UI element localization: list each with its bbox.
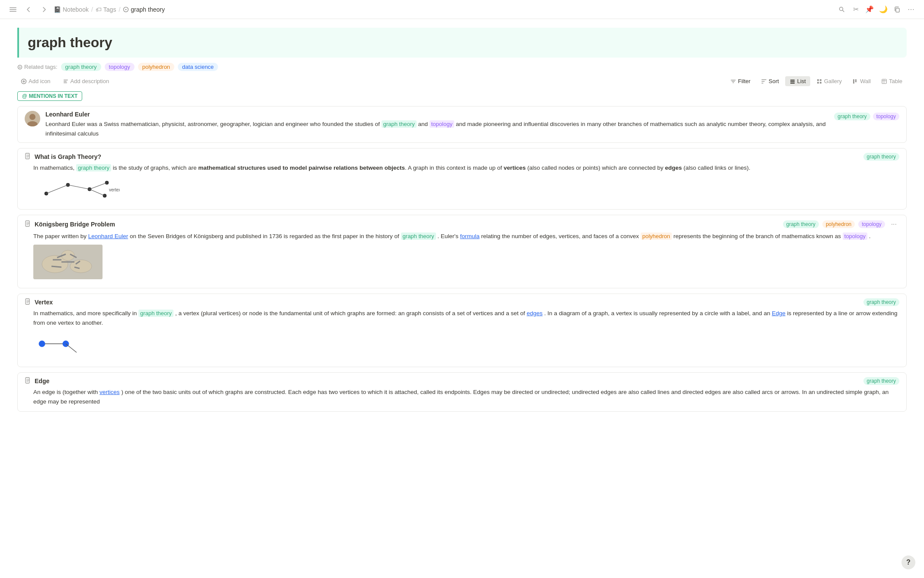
search-icon-btn[interactable] [836, 3, 848, 16]
filter-button[interactable]: Filter [726, 76, 755, 86]
at-icon: @ [22, 93, 27, 99]
filter-label: Filter [738, 78, 751, 84]
entry-tag-graph-theory-vertex[interactable]: graph theory [863, 298, 899, 306]
entry-tag-polyhedron-konigsberg[interactable]: polyhedron [822, 220, 855, 228]
entry-title-edge: Edge [35, 378, 49, 384]
toolbar-left: Add icon Add description [17, 76, 112, 86]
view-gallery-button[interactable]: Gallery [812, 76, 846, 86]
breadcrumb-tags[interactable]: 🏷 Tags [96, 6, 116, 13]
svg-line-48 [51, 266, 61, 267]
add-description-button[interactable]: Add description [59, 76, 113, 86]
entry-tag-graph-theory-konigsberg[interactable]: graph theory [783, 220, 819, 228]
inline-tag-graph-theory-1[interactable]: graph theory [76, 164, 111, 171]
text-2: is the study of graphs, which are mathem… [113, 165, 751, 171]
svg-point-24 [29, 114, 35, 120]
text-1: In mathematics, [33, 165, 76, 171]
help-button[interactable]: ? [902, 555, 915, 569]
svg-rect-15 [790, 83, 795, 84]
related-tag-graph-theory[interactable]: graph theory [61, 63, 101, 71]
add-icon-button[interactable]: Add icon [17, 76, 54, 86]
inline-tag-topology-euler[interactable]: topology [430, 120, 454, 128]
topbar-left: 📓 Notebook / 🏷 Tags / graph theory [7, 3, 165, 16]
entry-body-edge: An edge is (together with vertices ) one… [18, 387, 906, 411]
view-gallery-label: Gallery [824, 78, 842, 84]
svg-line-32 [46, 185, 68, 194]
mentions-badge[interactable]: @ MENTIONS IN TEXT [17, 91, 82, 101]
forward-button[interactable] [38, 3, 50, 16]
entry-tag-graph-theory-edge[interactable]: graph theory [863, 377, 899, 385]
scissors-icon-btn[interactable]: ✂ [850, 3, 862, 16]
svg-line-34 [90, 183, 107, 189]
entry-title-row: What is Graph Theory? [25, 153, 101, 161]
related-tag-topology[interactable]: topology [105, 63, 135, 71]
vertex-text-3: . In a diagram of a graph, a vertex is u… [544, 310, 772, 316]
svg-line-35 [90, 189, 105, 196]
vertices-link[interactable]: vertices [99, 389, 120, 395]
svg-text:vertex: vertex [109, 187, 120, 192]
view-table-button[interactable]: Table [877, 76, 907, 86]
inline-tag-graph-theory-euler[interactable]: graph theory [382, 120, 417, 128]
sort-button[interactable]: Sort [757, 76, 783, 86]
more-menu-icon-btn[interactable]: ⋯ [905, 3, 917, 16]
related-tag-data-science[interactable]: data science [178, 63, 218, 71]
graph-diagram: vertex [33, 176, 899, 202]
entry-header-konigsberg: Königsberg Bridge Problem graph theory p… [18, 215, 906, 232]
entry-header-graph-theory: What is Graph Theory? graph theory [18, 149, 906, 163]
inline-tag-graph-theory-konigsberg[interactable]: graph theory [401, 232, 436, 240]
moon-icon-btn[interactable]: 🌙 [877, 3, 889, 16]
view-table-label: Table [889, 78, 902, 84]
breadcrumb-sep-1: / [91, 6, 93, 13]
content-list: Leonhard Euler Leonhard Euler was a Swis… [0, 106, 924, 412]
formula-link[interactable]: formula [460, 233, 479, 239]
breadcrumb-current: graph theory [123, 6, 165, 13]
svg-rect-0 [10, 7, 16, 8]
svg-rect-13 [790, 80, 795, 81]
back-button[interactable] [22, 3, 35, 16]
person-name: Leonhard Euler [45, 111, 829, 118]
inline-tag-polyhedron-konigsberg[interactable]: polyhedron [641, 232, 672, 240]
konigsberg-text-4: relating the number of edges, vertices, … [481, 233, 640, 239]
view-list-button[interactable]: List [785, 76, 810, 86]
main-content: graph theory Related tags: graph theory … [0, 19, 924, 578]
entry-tag-graph-theory-1[interactable]: graph theory [863, 153, 899, 161]
entry-title-konigsberg: Königsberg Bridge Problem [35, 221, 115, 228]
view-wall-label: Wall [860, 78, 871, 84]
svg-rect-6 [896, 8, 899, 12]
copy-icon-btn[interactable] [891, 3, 903, 16]
vertex-text-1: In mathematics, and more specifically in [33, 310, 138, 316]
help-label: ? [906, 559, 911, 566]
edge-text-2: ) one of the two basic units out of whic… [33, 389, 889, 405]
inline-tag-graph-theory-vertex[interactable]: graph theory [138, 310, 173, 317]
more-options-konigsberg[interactable]: ··· [889, 220, 899, 229]
vertex-diagram [33, 331, 899, 360]
entry-edge: Edge graph theory An edge is (together w… [17, 372, 907, 412]
related-tag-polyhedron[interactable]: polyhedron [138, 63, 174, 71]
related-tags-label: Related tags: [17, 64, 58, 70]
breadcrumb-notebook-label: Notebook [63, 6, 89, 13]
menu-icon[interactable] [7, 3, 19, 16]
svg-rect-18 [817, 82, 819, 84]
pin-icon-btn[interactable]: 📌 [863, 3, 876, 16]
edge-link[interactable]: Edge [772, 310, 786, 316]
svg-rect-1 [10, 9, 16, 10]
svg-rect-11 [64, 81, 67, 82]
entry-tag-topology-euler[interactable]: topology [873, 113, 899, 120]
svg-line-54 [66, 344, 77, 352]
leonhard-euler-link[interactable]: Leonhard Euler [88, 233, 128, 239]
entry-tag-graph-theory-euler[interactable]: graph theory [834, 113, 870, 120]
sort-label: Sort [769, 78, 779, 84]
text-icon [63, 78, 69, 84]
view-wall-button[interactable]: Wall [848, 76, 875, 86]
svg-rect-10 [64, 80, 68, 81]
konigsberg-text-5: represents the beginning of the branch o… [674, 233, 843, 239]
doc-icon-2 [25, 220, 31, 228]
entry-header-edge: Edge graph theory [18, 373, 906, 387]
entry-tag-topology-konigsberg[interactable]: topology [858, 220, 885, 228]
tag-icon [123, 6, 129, 13]
entry-header-right-edge: graph theory [863, 377, 899, 385]
edges-link[interactable]: edges [527, 310, 543, 316]
svg-point-4 [125, 9, 127, 10]
breadcrumb-notebook[interactable]: 📓 Notebook [54, 6, 89, 13]
mentions-label: MENTIONS IN TEXT [29, 93, 78, 99]
inline-tag-topology-konigsberg[interactable]: topology [843, 232, 867, 240]
